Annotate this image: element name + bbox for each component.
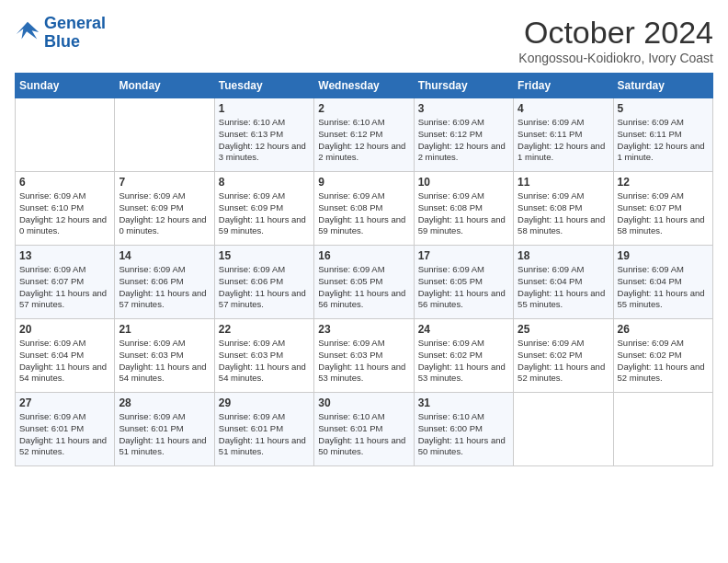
calendar-day-cell: 14Sunrise: 6:09 AM Sunset: 6:06 PM Dayli… <box>115 246 214 319</box>
calendar-day-cell: 13Sunrise: 6:09 AM Sunset: 6:07 PM Dayli… <box>16 246 115 319</box>
weekday-header-cell: Wednesday <box>314 74 414 98</box>
calendar-week-row: 1Sunrise: 6:10 AM Sunset: 6:13 PM Daylig… <box>16 98 713 172</box>
calendar-day-cell: 8Sunrise: 6:09 AM Sunset: 6:09 PM Daylig… <box>214 172 313 246</box>
day-number: 28 <box>119 396 210 409</box>
day-number: 1 <box>219 102 310 115</box>
day-info: Sunrise: 6:09 AM Sunset: 6:03 PM Dayligh… <box>318 338 409 385</box>
svg-marker-0 <box>17 22 39 40</box>
day-number: 3 <box>418 102 509 115</box>
calendar-day-cell: 2Sunrise: 6:10 AM Sunset: 6:12 PM Daylig… <box>314 98 414 172</box>
day-info: Sunrise: 6:09 AM Sunset: 6:09 PM Dayligh… <box>219 190 310 237</box>
calendar-day-cell: 6Sunrise: 6:09 AM Sunset: 6:10 PM Daylig… <box>16 172 115 246</box>
day-info: Sunrise: 6:09 AM Sunset: 6:05 PM Dayligh… <box>318 264 409 311</box>
day-number: 27 <box>19 396 110 409</box>
day-info: Sunrise: 6:09 AM Sunset: 6:07 PM Dayligh… <box>618 190 709 237</box>
page-header: General Blue October 2024 Kongossou-Koid… <box>15 15 713 65</box>
calendar-week-row: 13Sunrise: 6:09 AM Sunset: 6:07 PM Dayli… <box>16 246 713 319</box>
day-info: Sunrise: 6:09 AM Sunset: 6:10 PM Dayligh… <box>19 190 110 237</box>
calendar-day-cell: 12Sunrise: 6:09 AM Sunset: 6:07 PM Dayli… <box>613 172 712 246</box>
weekday-header-cell: Friday <box>514 74 613 98</box>
day-number: 24 <box>418 323 509 336</box>
day-info: Sunrise: 6:09 AM Sunset: 6:11 PM Dayligh… <box>518 117 609 164</box>
day-info: Sunrise: 6:09 AM Sunset: 6:04 PM Dayligh… <box>618 264 709 311</box>
logo-text: General Blue <box>44 15 106 52</box>
day-info: Sunrise: 6:09 AM Sunset: 6:11 PM Dayligh… <box>618 117 709 164</box>
calendar-day-cell: 1Sunrise: 6:10 AM Sunset: 6:13 PM Daylig… <box>214 98 313 172</box>
calendar-body: 1Sunrise: 6:10 AM Sunset: 6:13 PM Daylig… <box>16 98 713 466</box>
calendar-day-cell <box>613 393 712 466</box>
calendar-day-cell: 3Sunrise: 6:09 AM Sunset: 6:12 PM Daylig… <box>414 98 513 172</box>
day-number: 9 <box>318 176 409 189</box>
day-info: Sunrise: 6:09 AM Sunset: 6:04 PM Dayligh… <box>19 338 110 385</box>
logo: General Blue <box>15 15 106 52</box>
day-number: 16 <box>318 249 409 262</box>
day-info: Sunrise: 6:09 AM Sunset: 6:08 PM Dayligh… <box>318 190 409 237</box>
day-info: Sunrise: 6:10 AM Sunset: 6:12 PM Dayligh… <box>318 117 409 164</box>
day-number: 7 <box>119 176 210 189</box>
calendar-day-cell: 16Sunrise: 6:09 AM Sunset: 6:05 PM Dayli… <box>314 246 414 319</box>
calendar-week-row: 27Sunrise: 6:09 AM Sunset: 6:01 PM Dayli… <box>16 393 713 466</box>
calendar-day-cell: 11Sunrise: 6:09 AM Sunset: 6:08 PM Dayli… <box>514 172 613 246</box>
day-info: Sunrise: 6:10 AM Sunset: 6:00 PM Dayligh… <box>418 411 509 458</box>
day-number: 15 <box>219 249 310 262</box>
logo-general: General <box>44 14 106 32</box>
calendar-day-cell: 27Sunrise: 6:09 AM Sunset: 6:01 PM Dayli… <box>16 393 115 466</box>
calendar-day-cell: 7Sunrise: 6:09 AM Sunset: 6:09 PM Daylig… <box>115 172 214 246</box>
day-info: Sunrise: 6:09 AM Sunset: 6:08 PM Dayligh… <box>418 190 509 237</box>
calendar-week-row: 20Sunrise: 6:09 AM Sunset: 6:04 PM Dayli… <box>16 319 713 393</box>
calendar-day-cell: 22Sunrise: 6:09 AM Sunset: 6:03 PM Dayli… <box>214 319 313 393</box>
calendar-day-cell <box>115 98 214 172</box>
calendar-day-cell: 30Sunrise: 6:10 AM Sunset: 6:01 PM Dayli… <box>314 393 414 466</box>
day-info: Sunrise: 6:09 AM Sunset: 6:06 PM Dayligh… <box>119 264 210 311</box>
day-info: Sunrise: 6:10 AM Sunset: 6:13 PM Dayligh… <box>219 117 310 164</box>
day-number: 11 <box>518 176 609 189</box>
day-number: 5 <box>618 102 709 115</box>
day-info: Sunrise: 6:09 AM Sunset: 6:04 PM Dayligh… <box>518 264 609 311</box>
weekday-header-cell: Monday <box>115 74 214 98</box>
day-number: 18 <box>518 249 609 262</box>
day-info: Sunrise: 6:09 AM Sunset: 6:01 PM Dayligh… <box>219 411 310 458</box>
day-number: 31 <box>418 396 509 409</box>
calendar-day-cell: 26Sunrise: 6:09 AM Sunset: 6:02 PM Dayli… <box>613 319 712 393</box>
logo-icon <box>15 20 40 46</box>
calendar-day-cell: 4Sunrise: 6:09 AM Sunset: 6:11 PM Daylig… <box>514 98 613 172</box>
day-number: 21 <box>119 323 210 336</box>
day-number: 25 <box>518 323 609 336</box>
day-info: Sunrise: 6:09 AM Sunset: 6:12 PM Dayligh… <box>418 117 509 164</box>
logo-blue: Blue <box>44 32 80 51</box>
day-info: Sunrise: 6:09 AM Sunset: 6:02 PM Dayligh… <box>518 338 609 385</box>
day-number: 14 <box>119 249 210 262</box>
day-number: 6 <box>19 176 110 189</box>
weekday-header-row: SundayMondayTuesdayWednesdayThursdayFrid… <box>16 74 713 98</box>
day-number: 8 <box>219 176 310 189</box>
day-number: 22 <box>219 323 310 336</box>
day-number: 13 <box>19 249 110 262</box>
day-number: 12 <box>618 176 709 189</box>
calendar-day-cell: 25Sunrise: 6:09 AM Sunset: 6:02 PM Dayli… <box>514 319 613 393</box>
calendar-day-cell: 18Sunrise: 6:09 AM Sunset: 6:04 PM Dayli… <box>514 246 613 319</box>
day-info: Sunrise: 6:09 AM Sunset: 6:07 PM Dayligh… <box>19 264 110 311</box>
calendar-day-cell <box>16 98 115 172</box>
day-number: 4 <box>518 102 609 115</box>
calendar-day-cell: 19Sunrise: 6:09 AM Sunset: 6:04 PM Dayli… <box>613 246 712 319</box>
day-info: Sunrise: 6:09 AM Sunset: 6:03 PM Dayligh… <box>219 338 310 385</box>
title-block: October 2024 Kongossou-Koidiokro, Ivory … <box>518 15 713 65</box>
calendar-week-row: 6Sunrise: 6:09 AM Sunset: 6:10 PM Daylig… <box>16 172 713 246</box>
calendar-table: SundayMondayTuesdayWednesdayThursdayFrid… <box>15 73 713 466</box>
day-number: 20 <box>19 323 110 336</box>
weekday-header-cell: Saturday <box>613 74 712 98</box>
calendar-day-cell: 21Sunrise: 6:09 AM Sunset: 6:03 PM Dayli… <box>115 319 214 393</box>
location-subtitle: Kongossou-Koidiokro, Ivory Coast <box>518 51 713 65</box>
day-number: 17 <box>418 249 509 262</box>
calendar-day-cell: 29Sunrise: 6:09 AM Sunset: 6:01 PM Dayli… <box>214 393 313 466</box>
day-info: Sunrise: 6:09 AM Sunset: 6:02 PM Dayligh… <box>418 338 509 385</box>
calendar-day-cell: 28Sunrise: 6:09 AM Sunset: 6:01 PM Dayli… <box>115 393 214 466</box>
day-info: Sunrise: 6:09 AM Sunset: 6:05 PM Dayligh… <box>418 264 509 311</box>
calendar-day-cell: 10Sunrise: 6:09 AM Sunset: 6:08 PM Dayli… <box>414 172 513 246</box>
weekday-header-cell: Tuesday <box>214 74 313 98</box>
day-number: 10 <box>418 176 509 189</box>
day-info: Sunrise: 6:09 AM Sunset: 6:08 PM Dayligh… <box>518 190 609 237</box>
weekday-header-cell: Sunday <box>16 74 115 98</box>
day-number: 26 <box>618 323 709 336</box>
day-number: 29 <box>219 396 310 409</box>
